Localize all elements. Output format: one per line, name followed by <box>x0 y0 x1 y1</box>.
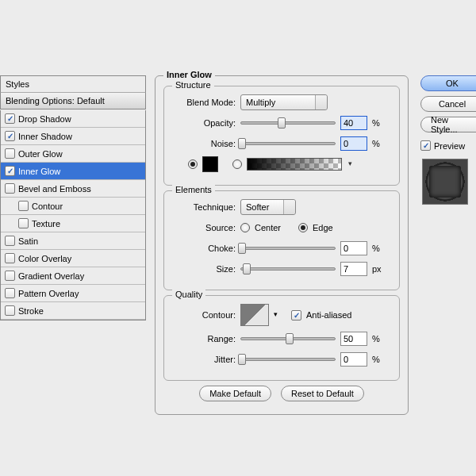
blending-options-row[interactable]: Blending Options: Default <box>0 93 146 109</box>
effect-row-stroke[interactable]: Stroke <box>1 302 145 320</box>
effect-label: Color Overlay <box>18 254 71 263</box>
elements-group: Elements Technique: Softer ▲▼ Source: Ce… <box>163 190 400 290</box>
glow-color-swatch[interactable] <box>202 156 218 172</box>
make-default-button[interactable]: Make Default <box>199 386 271 401</box>
jitter-label: Jitter: <box>172 355 236 364</box>
effect-row-pattern-overlay[interactable]: Pattern Overlay <box>1 285 145 302</box>
preview-label: Preview <box>434 141 465 151</box>
effect-label: Contour <box>32 202 63 211</box>
effect-row-color-overlay[interactable]: Color Overlay <box>1 250 145 267</box>
effect-checkbox[interactable] <box>5 253 15 263</box>
contour-picker[interactable] <box>240 304 269 326</box>
anti-aliased-label: Anti-aliased <box>306 310 351 320</box>
source-edge-label: Edge <box>313 223 333 232</box>
choke-label: Choke: <box>172 244 236 253</box>
choke-input[interactable]: 0 <box>340 241 367 255</box>
effect-label: Inner Glow <box>18 167 60 176</box>
source-label: Source: <box>172 223 236 232</box>
effect-label: Pattern Overlay <box>18 289 79 298</box>
effect-checkbox[interactable] <box>18 201 29 211</box>
effect-row-drop-shadow[interactable]: Drop Shadow <box>1 110 145 128</box>
effect-label: Stroke <box>18 306 44 316</box>
color-radio[interactable] <box>188 159 198 169</box>
blend-mode-value: Multiply <box>246 98 275 107</box>
opacity-slider[interactable] <box>240 121 336 125</box>
effect-row-inner-glow[interactable]: Inner Glow <box>1 163 145 180</box>
new-style-button[interactable]: New Style... <box>420 117 476 132</box>
glow-gradient-picker[interactable] <box>247 158 342 171</box>
effect-label: Satin <box>18 236 38 246</box>
effect-checkbox[interactable] <box>5 166 15 176</box>
size-slider[interactable] <box>240 267 336 271</box>
jitter-slider[interactable] <box>240 358 336 361</box>
opacity-label: Opacity: <box>172 118 236 128</box>
effect-checkbox[interactable] <box>5 271 15 281</box>
effect-row-bevel-and-emboss[interactable]: Bevel and Emboss <box>1 180 145 198</box>
effect-row-texture[interactable]: Texture <box>1 215 145 232</box>
styles-header: Styles <box>0 75 146 93</box>
quality-group: Quality Contour: Anti-aliased Range: 50 … <box>163 295 400 381</box>
source-edge-radio[interactable] <box>298 223 308 232</box>
choke-slider[interactable] <box>240 247 336 250</box>
effect-row-contour[interactable]: Contour <box>1 198 145 215</box>
blend-mode-label: Blend Mode: <box>172 98 236 107</box>
structure-title: Structure <box>172 80 214 90</box>
cancel-button[interactable]: Cancel <box>420 96 476 112</box>
effect-checkbox[interactable] <box>5 236 15 246</box>
effect-row-gradient-overlay[interactable]: Gradient Overlay <box>1 267 145 285</box>
range-slider[interactable] <box>240 337 336 340</box>
blend-mode-select[interactable]: Multiply ▲▼ <box>240 94 328 110</box>
jitter-input[interactable]: 0 <box>340 352 367 367</box>
source-center-radio[interactable] <box>240 223 250 232</box>
effect-checkbox[interactable] <box>18 218 29 228</box>
effect-row-inner-shadow[interactable]: Inner Shadow <box>1 128 145 145</box>
anti-aliased-checkbox[interactable] <box>291 310 301 321</box>
effect-label: Bevel and Emboss <box>18 184 91 194</box>
percent-unit: % <box>372 334 386 344</box>
px-unit: px <box>372 264 386 274</box>
structure-group: Structure Blend Mode: Multiply ▲▼ Opacit… <box>163 86 400 186</box>
effect-checkbox[interactable] <box>5 131 15 141</box>
size-input[interactable]: 7 <box>340 262 367 276</box>
technique-select[interactable]: Softer ▲▼ <box>240 199 296 215</box>
percent-unit: % <box>372 244 386 253</box>
effect-row-outer-glow[interactable]: Outer Glow <box>1 145 145 163</box>
effect-label: Texture <box>32 219 60 228</box>
contour-label: Contour: <box>172 310 236 320</box>
percent-unit: % <box>372 139 386 148</box>
noise-label: Noise: <box>172 139 236 148</box>
preview-thumbnail <box>422 159 468 205</box>
effect-label: Gradient Overlay <box>18 271 84 281</box>
noise-input[interactable]: 0 <box>340 136 367 151</box>
noise-slider[interactable] <box>240 142 336 145</box>
gradient-radio[interactable] <box>232 159 242 169</box>
effect-label: Inner Shadow <box>18 132 72 141</box>
source-center-label: Center <box>255 223 281 232</box>
effect-checkbox[interactable] <box>5 148 15 159</box>
range-input[interactable]: 50 <box>340 332 367 346</box>
effect-list: Drop ShadowInner ShadowOuter GlowInner G… <box>0 110 146 321</box>
inner-glow-group: Inner Glow Structure Blend Mode: Multipl… <box>155 75 409 415</box>
technique-value: Softer <box>246 202 269 212</box>
effect-label: Drop Shadow <box>18 114 71 124</box>
range-label: Range: <box>172 334 236 344</box>
ok-button[interactable]: OK <box>420 75 476 91</box>
effect-checkbox[interactable] <box>5 113 15 124</box>
percent-unit: % <box>372 118 386 128</box>
size-label: Size: <box>172 264 236 274</box>
quality-title: Quality <box>172 290 205 299</box>
elements-title: Elements <box>172 185 215 194</box>
preview-checkbox[interactable] <box>420 140 431 151</box>
reset-to-default-button[interactable]: Reset to Default <box>281 386 364 401</box>
opacity-input[interactable]: 40 <box>340 116 367 130</box>
percent-unit: % <box>372 355 386 364</box>
panel-title: Inner Glow <box>163 70 215 79</box>
effect-row-satin[interactable]: Satin <box>1 232 145 250</box>
effect-checkbox[interactable] <box>5 288 15 298</box>
technique-label: Technique: <box>172 202 236 212</box>
effect-label: Outer Glow <box>18 149 63 159</box>
effect-checkbox[interactable] <box>5 183 15 194</box>
effect-checkbox[interactable] <box>5 305 15 316</box>
